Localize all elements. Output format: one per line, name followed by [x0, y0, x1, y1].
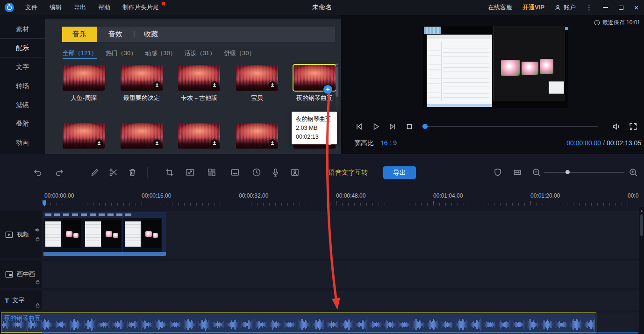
vertical-scrollbar-thumb[interactable]: [640, 214, 643, 236]
music-item[interactable]: [236, 123, 278, 149]
music-item[interactable]: 宝贝: [236, 65, 278, 102]
mosaic-button[interactable]: [207, 167, 217, 178]
mute-track-icon[interactable]: [35, 227, 40, 233]
vertical-scrollbar[interactable]: ▲: [639, 207, 644, 334]
online-support-link[interactable]: 在线客服: [483, 3, 517, 12]
download-icon[interactable]: [95, 139, 103, 147]
freeze-frame-button[interactable]: [290, 167, 300, 178]
sidebar-item-text[interactable]: 文字: [0, 63, 45, 71]
sidebar-item-animation[interactable]: 动画: [0, 139, 45, 147]
music-item-selected[interactable]: + 夜的钢琴曲五: [293, 65, 336, 102]
sidebar-item-filter[interactable]: 滤镜: [0, 101, 45, 109]
stop-button[interactable]: [404, 121, 415, 132]
tab-music[interactable]: 音乐: [62, 27, 97, 42]
redo-button[interactable]: [54, 167, 64, 178]
crop-button[interactable]: [165, 167, 175, 178]
menu-file[interactable]: 文件: [19, 3, 43, 12]
timeline-zoom-slider[interactable]: [544, 172, 624, 173]
video-clip[interactable]: [43, 212, 166, 256]
music-thumbnail[interactable]: [63, 123, 105, 149]
zoom-in-icon[interactable]: [628, 167, 638, 178]
filter-hot[interactable]: 热门（30）: [106, 49, 136, 59]
menu-intro-outro-label: 制作片头片尾: [122, 4, 159, 11]
voiceover-button[interactable]: [270, 167, 280, 178]
horizontal-scrollbar[interactable]: [42, 332, 638, 334]
menu-help[interactable]: 帮助: [92, 3, 116, 12]
music-thumbnail[interactable]: [121, 123, 163, 149]
music-thumbnail[interactable]: [178, 65, 220, 91]
tab-sound-effects[interactable]: 音效: [102, 27, 129, 42]
music-thumbnail[interactable]: [178, 123, 220, 149]
music-thumbnail[interactable]: [63, 65, 105, 91]
music-item[interactable]: 最重要的决定: [121, 65, 163, 102]
fullscreen-icon[interactable]: [628, 121, 638, 132]
music-item[interactable]: [121, 123, 163, 149]
filter-lively[interactable]: 活泼（31）: [185, 49, 215, 59]
music-item[interactable]: [63, 123, 105, 149]
account-button[interactable]: 账户: [550, 3, 580, 12]
music-thumbnail[interactable]: [236, 123, 278, 149]
split-button[interactable]: [108, 167, 119, 178]
filter-all[interactable]: 全部（121）: [63, 49, 97, 59]
undo-button[interactable]: [33, 167, 43, 178]
more-menu-icon[interactable]: ⋮: [580, 3, 598, 12]
music-thumbnail[interactable]: +: [293, 65, 336, 91]
music-item[interactable]: 卡农－吉他版: [178, 65, 220, 102]
aspect-ratio-value[interactable]: 16 : 9: [380, 139, 397, 147]
lock-track-icon[interactable]: [35, 236, 40, 242]
vip-button[interactable]: 开通VIP: [517, 3, 550, 12]
music-thumbnail[interactable]: [121, 65, 163, 91]
play-button[interactable]: [371, 121, 381, 132]
preview-progress-bar[interactable]: [422, 126, 598, 127]
sidebar-item-material[interactable]: 素材: [0, 25, 45, 34]
ruler-minor-ticks[interactable]: [44, 203, 638, 206]
close-button[interactable]: ×: [629, 0, 644, 15]
scroll-up-icon[interactable]: ▲: [639, 209, 644, 212]
sidebar-item-overlay[interactable]: 叠附: [0, 120, 45, 128]
audio-clip-selected[interactable]: 夜的钢琴曲五: [1, 313, 596, 333]
music-thumbnail[interactable]: [236, 65, 278, 91]
download-icon[interactable]: [153, 139, 161, 147]
preview-progress-knob[interactable]: [422, 124, 428, 129]
download-icon[interactable]: [153, 81, 161, 89]
library-scrollbar-thumb[interactable]: [336, 67, 338, 97]
previous-frame-button[interactable]: [354, 121, 364, 132]
download-icon[interactable]: [211, 139, 218, 147]
scale-button[interactable]: [185, 167, 195, 178]
lock-track-icon[interactable]: [35, 279, 40, 284]
lock-track-icon[interactable]: [35, 303, 40, 308]
scroll-up-icon[interactable]: ▲: [336, 62, 339, 65]
fit-timeline-icon[interactable]: [512, 167, 522, 178]
menu-intro-outro[interactable]: 制作片头片尾: [116, 3, 165, 12]
minimize-button[interactable]: [598, 0, 613, 15]
last-saved-status: 最近保存 10:01: [594, 19, 640, 27]
tab-favorites[interactable]: 收藏: [138, 27, 164, 42]
delete-button[interactable]: [127, 167, 137, 178]
download-icon[interactable]: [269, 139, 276, 147]
menu-edit[interactable]: 编辑: [43, 3, 68, 12]
resize-handle[interactable]: [565, 27, 568, 30]
music-item[interactable]: 大鱼-周深: [63, 65, 105, 102]
sidebar-item-transition[interactable]: 转场: [0, 82, 45, 91]
subtitle-button[interactable]: [230, 167, 240, 178]
video-preview[interactable]: [423, 26, 568, 108]
protect-icon[interactable]: [493, 167, 503, 178]
filter-dynamic[interactable]: 动感（30）: [145, 49, 176, 59]
volume-icon[interactable]: [611, 121, 622, 132]
duration-button[interactable]: [251, 167, 262, 178]
menu-export[interactable]: 导出: [68, 3, 92, 12]
maximize-button[interactable]: [613, 0, 629, 15]
filter-soothing[interactable]: 舒缓（30）: [224, 49, 255, 59]
app-logo-icon[interactable]: [4, 2, 14, 13]
export-button[interactable]: 导出: [383, 166, 416, 179]
music-item[interactable]: [178, 123, 220, 149]
sidebar-item-music[interactable]: 配乐: [0, 44, 45, 52]
next-frame-button[interactable]: [387, 121, 398, 132]
timeline-zoom-knob[interactable]: [565, 170, 570, 174]
speech-text-convert-link[interactable]: 语音文字互转: [329, 169, 368, 177]
edit-button[interactable]: [90, 167, 100, 178]
add-to-timeline-icon[interactable]: +: [323, 85, 332, 94]
download-icon[interactable]: [211, 81, 218, 89]
download-icon[interactable]: [269, 81, 276, 89]
zoom-out-icon[interactable]: [531, 167, 542, 178]
